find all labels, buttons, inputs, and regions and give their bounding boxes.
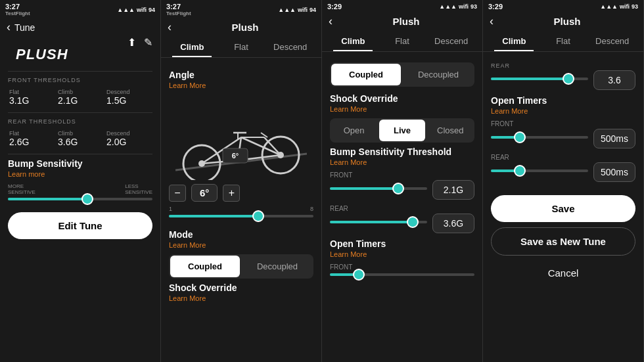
- open-front-track-3[interactable]: [330, 273, 474, 276]
- tab-flat-3[interactable]: Flat: [378, 31, 427, 51]
- rear-slider-track-3[interactable]: [330, 221, 427, 223]
- bike-diagram: 6°: [169, 95, 313, 180]
- angle-control: − 6° +: [169, 184, 313, 202]
- decoupled-button-2[interactable]: Decoupled: [242, 256, 312, 277]
- ot-rear-thumb-4[interactable]: [514, 165, 526, 177]
- decoupled-button-3[interactable]: Decoupled: [403, 64, 473, 85]
- screen1-content: PLUSH FRONT THRESHOLDS Flat 3.1G Climb 2…: [0, 37, 160, 362]
- tab-descend-2[interactable]: Descend: [265, 37, 315, 57]
- nav-title-3: Plush: [336, 16, 476, 27]
- tab-flat-2[interactable]: Flat: [217, 37, 266, 57]
- bump-threshold-learn-3[interactable]: Learn More: [330, 158, 474, 166]
- open-timers-4: Open Timers Learn More FRONT 500ms REAR: [491, 95, 635, 182]
- shock-live-3[interactable]: Live: [379, 120, 425, 141]
- angle-slider-thumb[interactable]: [252, 210, 264, 222]
- rear-track-4: [491, 75, 588, 85]
- back-button-3[interactable]: ‹: [329, 14, 333, 28]
- back-button-1[interactable]: ‹: [7, 20, 11, 34]
- angle-slider-fill: [169, 215, 258, 217]
- shock-override-section-2: Shock Override Learn More: [169, 283, 313, 302]
- svg-line-12: [261, 133, 267, 137]
- open-front-thumb-3[interactable]: [353, 269, 365, 281]
- shock-learn-more-3[interactable]: Learn More: [330, 105, 474, 113]
- bump-learn-more[interactable]: Learn more: [8, 170, 152, 178]
- edit-tune-button[interactable]: Edit Tune: [8, 212, 152, 239]
- edit-icon-1[interactable]: ✎: [144, 36, 152, 49]
- divider-2: [8, 112, 152, 113]
- angle-learn-more[interactable]: Learn More: [169, 81, 313, 89]
- ot-rear-slider-4[interactable]: [491, 170, 588, 172]
- tab-climb-4[interactable]: Climb: [490, 31, 539, 51]
- mode-toggle-group: Coupled Decoupled: [169, 254, 313, 279]
- shock-closed-3[interactable]: Closed: [428, 120, 473, 141]
- bump-slider-track[interactable]: [8, 198, 152, 200]
- tab-climb-2[interactable]: Climb: [168, 37, 217, 57]
- svg-line-10: [264, 137, 281, 155]
- angle-max-label: 8: [310, 206, 313, 212]
- tab-descend-4[interactable]: Descend: [587, 31, 637, 51]
- front-descend-label: Descend: [106, 89, 151, 95]
- front-climb-label: Climb: [58, 89, 103, 95]
- front-thumb-3[interactable]: [392, 183, 404, 194]
- front-value-3[interactable]: 2.1G: [432, 180, 474, 200]
- shock-three-way-3: Open Live Closed: [330, 118, 474, 143]
- angle-increase-button[interactable]: +: [223, 185, 240, 202]
- nav-bar-3: ‹ Plush: [322, 12, 482, 31]
- open-front-sublabel-3: FRONT: [330, 263, 474, 271]
- ot-front-row-4: 500ms: [491, 129, 635, 148]
- front-slider-track-3[interactable]: [330, 187, 427, 190]
- angle-slider-track[interactable]: [169, 215, 313, 217]
- ot-rear-value-4[interactable]: 500ms: [593, 162, 635, 182]
- screen-1: 3:27 TestFlight ▲▲▲ wifi 94 ‹ Tune ⬆ ✎ P…: [0, 0, 161, 362]
- nav-title-2: Plush: [175, 22, 315, 33]
- ot-front-value-4[interactable]: 500ms: [593, 129, 635, 148]
- status-time-4: 3:29: [488, 3, 503, 11]
- shock-open-3[interactable]: Open: [331, 120, 377, 141]
- rear-climb-value: 3.6G: [58, 137, 103, 147]
- tabs-2: Climb Flat Descend: [161, 37, 321, 58]
- rear-value-3[interactable]: 3.6G: [432, 214, 474, 233]
- save-button-4[interactable]: Save: [491, 195, 635, 222]
- coupled-toggle-3: Coupled Decoupled: [330, 62, 474, 87]
- ot-rear-label-4: REAR: [491, 154, 635, 161]
- nav-title-4: Plush: [497, 16, 637, 27]
- coupled-button-2[interactable]: Coupled: [170, 256, 240, 277]
- angle-min-label: 1: [169, 206, 172, 212]
- rear-slider-row-3: 3.6G: [330, 214, 474, 233]
- header-actions-1: ⬆ ✎: [127, 36, 152, 49]
- ot-front-slider-4[interactable]: [491, 136, 588, 139]
- rear-thumb-3[interactable]: [407, 216, 419, 228]
- back-button-4[interactable]: ‹: [490, 14, 494, 28]
- status-bar-4: 3:29 ▲▲▲ wifi 93: [483, 0, 643, 12]
- shock-learn-more-2[interactable]: Learn More: [169, 294, 313, 302]
- nav-bar-2: ‹ Plush: [161, 18, 321, 37]
- tab-descend-3[interactable]: Descend: [426, 31, 476, 51]
- rear-value-4[interactable]: 3.6: [593, 70, 635, 90]
- angle-decrease-button[interactable]: −: [169, 185, 186, 202]
- ot-front-label-4: FRONT: [491, 120, 635, 127]
- rear-fill-4: [491, 78, 568, 80]
- open-timers-learn-3[interactable]: Learn More: [330, 250, 474, 258]
- bump-slider-fill: [8, 198, 87, 200]
- bump-slider-thumb[interactable]: [81, 193, 93, 205]
- rear-thumb-4[interactable]: [563, 73, 574, 85]
- front-threshold-grid: Flat 3.1G Climb 2.1G Descend 1.5G: [8, 86, 152, 108]
- open-timers-learn-4[interactable]: Learn More: [491, 107, 635, 115]
- coupled-button-3[interactable]: Coupled: [331, 64, 401, 85]
- signal-icon-4: ▲▲▲: [600, 3, 618, 10]
- save-new-button-4[interactable]: Save as New Tune: [491, 227, 635, 256]
- back-button-2[interactable]: ‹: [168, 20, 172, 34]
- open-timers-3: Open Timers Learn More FRONT: [330, 238, 474, 276]
- status-right-3: ▲▲▲ wifi 93: [439, 3, 477, 10]
- tab-flat-4[interactable]: Flat: [539, 31, 588, 51]
- share-icon-1[interactable]: ⬆: [127, 36, 136, 49]
- mode-learn-more[interactable]: Learn More: [169, 241, 313, 249]
- wifi-icon-3: wifi: [459, 3, 469, 10]
- rear-slider-track-4[interactable]: [491, 78, 588, 80]
- tab-climb-3[interactable]: Climb: [329, 31, 378, 51]
- cancel-button-4[interactable]: Cancel: [491, 261, 635, 285]
- wifi-icon-4: wifi: [620, 3, 630, 10]
- wifi-icon-2: wifi: [298, 7, 308, 13]
- ot-front-thumb-4[interactable]: [514, 131, 526, 143]
- bump-sensitivity-title: Bump Sensitivity: [8, 158, 152, 169]
